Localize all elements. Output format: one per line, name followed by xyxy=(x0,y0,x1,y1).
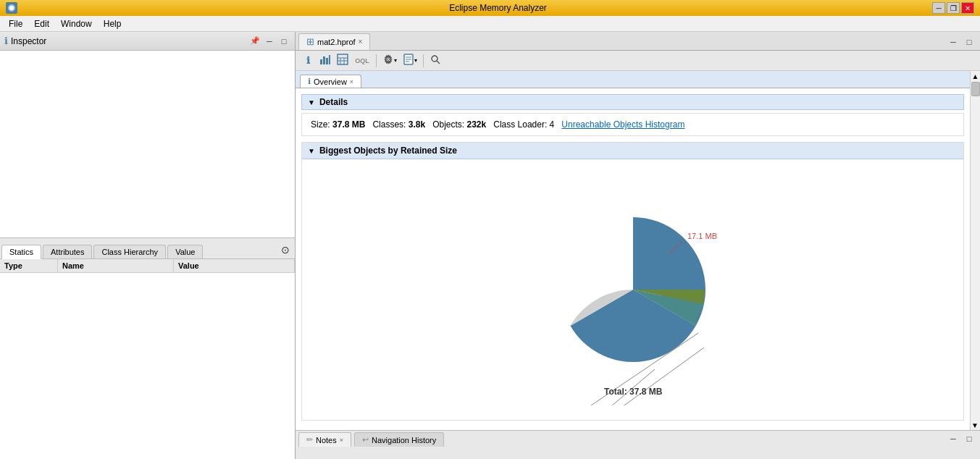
menu-window[interactable]: Window xyxy=(55,17,98,30)
close-button[interactable]: ✕ xyxy=(961,2,974,14)
details-content: Size: 37.8 MB Classes: 3.8k Objects: 232… xyxy=(301,113,964,136)
inspector-content xyxy=(0,51,295,238)
notes-icon: ✏ xyxy=(306,435,313,445)
bottom-maximize-icon[interactable]: □ xyxy=(963,432,976,445)
biggest-objects-title: Biggest Objects by Retained Size xyxy=(319,146,457,156)
editor-toolbar: ℹ xyxy=(296,51,980,71)
scrollbar-up-btn[interactable]: ▲ xyxy=(971,71,980,81)
gear-dropdown-arrow: ▾ xyxy=(394,57,397,64)
menu-edit[interactable]: Edit xyxy=(28,17,55,30)
inspector-tabs: Statics Attributes Class Hierarchy Value… xyxy=(0,238,295,259)
pie-chart-container: 17.1 MB 17.5 MB 1.7 MB 1.4 MB T xyxy=(302,159,963,420)
pin-icon[interactable]: 📌 xyxy=(248,35,261,48)
sort-icon[interactable]: ⊙ xyxy=(279,243,292,256)
inner-tab-label: Overview xyxy=(314,77,347,86)
col-header-value: Value xyxy=(174,259,295,272)
svg-point-1 xyxy=(9,6,14,10)
pie-chart: 17.1 MB 17.5 MB 1.7 MB 1.4 MB T xyxy=(510,174,756,405)
maximize-panel-icon[interactable]: □ xyxy=(277,35,290,48)
maximize-editor-icon[interactable]: □ xyxy=(963,35,976,49)
title-bar: Eclipse Memory Analyzer ─ ❐ ✕ xyxy=(0,0,980,16)
title-bar-controls: ─ ❐ ✕ xyxy=(932,2,974,14)
size-label: Size: xyxy=(311,119,330,130)
details-section-title: Details xyxy=(319,97,348,107)
classes-label: Classes: xyxy=(372,119,406,130)
unreachable-objects-link[interactable]: Unreachable Objects Histogram xyxy=(561,119,684,130)
sql-toolbar-btn[interactable]: OQL xyxy=(352,53,372,69)
details-section-header[interactable]: ▼ Details xyxy=(301,94,964,110)
search-icon xyxy=(430,54,441,67)
left-panel: ℹ Inspector 📌 ─ □ Statics Attributes Cla… xyxy=(0,32,296,459)
classloader-label: Class Loader: xyxy=(493,119,547,130)
right-panel: ⊞ mat2.hprof × ─ □ ℹ xyxy=(296,32,980,459)
tab-notes[interactable]: ✏ Notes × xyxy=(298,432,351,447)
classloader-value: 4 xyxy=(550,119,555,130)
inner-tabs: ℹ Overview × xyxy=(296,71,970,88)
details-collapse-icon: ▼ xyxy=(308,98,315,106)
histogram-toolbar-btn[interactable] xyxy=(317,53,333,69)
panel-header-icons: 📌 ─ □ xyxy=(248,35,290,48)
nav-history-label: Navigation History xyxy=(372,436,436,445)
inspector-icon: ℹ xyxy=(4,35,8,46)
svg-rect-5 xyxy=(329,55,330,64)
info-icon: ℹ xyxy=(306,55,310,66)
table-header: Type Name Value xyxy=(0,259,295,273)
classes-value: 3.8k xyxy=(409,119,425,130)
notes-label: Notes xyxy=(316,436,337,445)
editor-tab-mat2hprof[interactable]: ⊞ mat2.hprof × xyxy=(298,33,370,50)
bottom-minimize-icon[interactable]: ─ xyxy=(947,432,960,445)
editor-content: ℹ Overview × ▼ Details Size: 37.8 xyxy=(296,71,970,430)
toolbar-sep-1 xyxy=(376,54,377,67)
tab-statics[interactable]: Statics xyxy=(1,245,41,259)
minimize-editor-icon[interactable]: ─ xyxy=(947,35,960,49)
bottom-panel-controls: ─ □ xyxy=(947,432,980,445)
minimize-button[interactable]: ─ xyxy=(932,2,945,14)
table-body xyxy=(0,273,295,460)
objects-value: 232k xyxy=(467,119,487,130)
tab-attributes[interactable]: Attributes xyxy=(43,245,92,258)
inner-tab-icon: ℹ xyxy=(308,77,311,86)
scrollbar-right[interactable]: ▲ ▼ xyxy=(970,71,980,430)
inspector-panel-header: ℹ Inspector 📌 ─ □ xyxy=(0,32,295,51)
minimize-panel-icon[interactable]: ─ xyxy=(263,35,276,48)
gear-icon xyxy=(382,54,394,67)
bottom-panel: ✏ Notes × ↩ Navigation History ─ □ xyxy=(296,430,980,459)
gear-dropdown[interactable]: ▾ xyxy=(380,53,399,68)
tab-value[interactable]: Value xyxy=(167,245,203,258)
tab-class-hierarchy[interactable]: Class Hierarchy xyxy=(93,245,166,258)
info-toolbar-btn[interactable]: ℹ xyxy=(300,53,316,69)
table-icon xyxy=(337,54,348,67)
size-value: 37.8 MB xyxy=(332,119,365,130)
report-dropdown-arrow: ▾ xyxy=(414,57,417,64)
histogram-icon xyxy=(319,54,331,67)
svg-line-19 xyxy=(437,61,440,64)
menu-help[interactable]: Help xyxy=(98,17,127,30)
editor-tabs: ⊞ mat2.hprof × ─ □ xyxy=(296,32,980,51)
scrollbar-thumb[interactable] xyxy=(971,82,980,96)
menu-file[interactable]: File xyxy=(3,17,28,30)
scrollbar-down-btn[interactable]: ▼ xyxy=(970,420,980,430)
nav-history-icon: ↩ xyxy=(362,435,369,445)
inner-tab-overview[interactable]: ℹ Overview × xyxy=(300,75,361,88)
col-header-name: Name xyxy=(58,259,174,272)
total-label: Total: 37.8 MB xyxy=(604,387,663,397)
toolbar-sep-2 xyxy=(423,54,424,67)
hprof-icon: ⊞ xyxy=(306,36,314,47)
col-header-type: Type xyxy=(0,259,58,272)
svg-rect-3 xyxy=(323,56,325,64)
objects-label: Objects: xyxy=(432,119,464,130)
report-icon xyxy=(403,54,414,67)
report-dropdown[interactable]: ▾ xyxy=(401,53,419,68)
table-toolbar-btn[interactable] xyxy=(335,53,351,69)
title-bar-title: Eclipse Memory Analyzer xyxy=(64,3,932,13)
editor-tab-close[interactable]: × xyxy=(359,38,363,46)
notes-close[interactable]: × xyxy=(340,437,343,444)
svg-point-18 xyxy=(432,56,437,62)
biggest-objects-header[interactable]: ▼ Biggest Objects by Retained Size xyxy=(302,143,963,159)
tab-navigation-history[interactable]: ↩ Navigation History xyxy=(354,432,444,447)
search-toolbar-btn[interactable] xyxy=(427,53,443,69)
inner-tab-close[interactable]: × xyxy=(350,78,353,85)
main-layout: ℹ Inspector 📌 ─ □ Statics Attributes Cla… xyxy=(0,32,980,459)
restore-button[interactable]: ❐ xyxy=(947,2,960,14)
editor-tab-controls: ─ □ xyxy=(947,35,980,50)
